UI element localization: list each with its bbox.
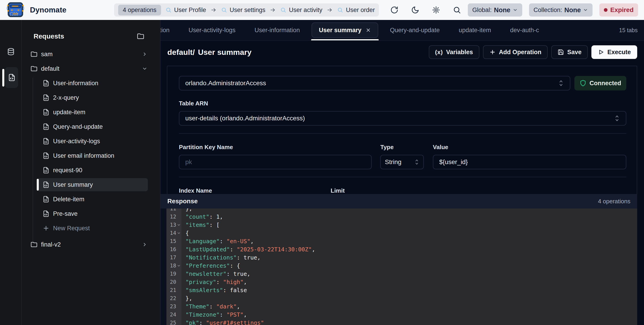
response-title: Response <box>167 198 198 205</box>
add-operation-button[interactable]: Add Operation <box>483 45 548 59</box>
code-token-key: "newsletter" <box>186 271 226 277</box>
section-divider <box>179 177 626 177</box>
code-line: "items": [ <box>182 221 637 229</box>
collection-selector[interactable]: Collection:None <box>529 3 593 16</box>
icon-rail <box>0 20 22 325</box>
sidebar-item-user-information[interactable]: User-information <box>22 76 160 90</box>
response-operations-count: 4 operations <box>598 198 630 205</box>
requests-file-code-icon[interactable] <box>8 74 16 81</box>
sidebar-item-2-x-query[interactable]: 2-x-query <box>22 90 160 105</box>
code-line: "Preferences": { <box>182 262 637 270</box>
sidebar-folder-sam[interactable]: sam <box>22 47 160 61</box>
settings-gear-icon[interactable] <box>432 6 440 14</box>
connection-value: orlando.AdministratorAccess <box>185 79 266 87</box>
code-token-plain: : <box>220 312 226 318</box>
code-line: "count": 1, <box>182 213 637 221</box>
top-bar: Dynomate 4 operations User ProfileUser s… <box>0 0 644 20</box>
fold-spacer <box>177 239 181 243</box>
line-number-value: 17 <box>170 255 176 260</box>
tabs-count: 15 tabs <box>619 27 638 33</box>
app-logo-icon <box>6 2 25 18</box>
sidebar-folder-final-v2[interactable]: final-v2 <box>22 237 160 252</box>
new-folder-icon[interactable] <box>137 33 144 40</box>
search-icon <box>280 7 286 13</box>
file-code-icon <box>43 196 50 203</box>
sidebar-item-query-and-update[interactable]: Query-and-update <box>22 119 160 134</box>
selected-item-indicator <box>37 179 39 191</box>
tab-query-and-update[interactable]: Query-and-update <box>380 20 449 40</box>
sidebar-item-label: Pre-save <box>53 210 78 217</box>
global-selector[interactable]: Global:None <box>468 3 522 16</box>
fold-spacer <box>177 256 181 260</box>
breadcrumb-item[interactable]: User order <box>337 6 375 13</box>
code-token-plain: : <box>220 238 226 245</box>
variables-button[interactable]: (x) Variables <box>429 45 479 59</box>
code-token-key: "Language" <box>186 238 220 245</box>
response-panel: Response 4 operations 111213141516171819… <box>160 194 637 325</box>
sidebar-item-request-90[interactable]: request-90 <box>22 163 160 177</box>
search-icon[interactable] <box>453 6 461 14</box>
dark-mode-moon-icon[interactable] <box>411 6 419 14</box>
sidebar-new-request[interactable]: New Request <box>22 221 160 236</box>
fold-chevron-icon <box>177 223 181 227</box>
line-number: 15 <box>166 237 182 245</box>
requests-panel-title: Requests <box>34 32 64 40</box>
sidebar-item-pre-save[interactable]: Pre-save <box>22 207 160 221</box>
tab-tion[interactable]: tion <box>160 20 179 40</box>
refresh-icon[interactable] <box>390 6 398 14</box>
code-token-key: "privacy" <box>186 279 216 285</box>
code-line: { <box>182 229 637 237</box>
sidebar-folder-default[interactable]: default <box>22 61 160 76</box>
status-dot <box>604 8 608 12</box>
code-line: "Timezone": "PST", <box>182 311 637 319</box>
partition-key-input[interactable] <box>179 155 372 169</box>
search-icon <box>337 7 343 13</box>
sidebar-item-label: Delete-item <box>53 196 84 203</box>
code-token-plain: : [ <box>209 222 220 228</box>
folder-icon <box>30 241 38 248</box>
tab-user-activity-logs[interactable]: User-activity-logs <box>179 20 245 40</box>
folder-icon <box>30 51 38 57</box>
chevron-down-icon <box>583 7 588 12</box>
sidebar-item-delete-item[interactable]: Delete-item <box>22 192 160 207</box>
breadcrumb-item[interactable]: User activity <box>280 6 322 13</box>
save-button[interactable]: Save <box>551 45 588 59</box>
line-number: 12 <box>166 213 182 221</box>
expired-status-badge[interactable]: Expired <box>599 3 638 16</box>
breadcrumb-label: User Profile <box>174 6 206 13</box>
breadcrumb-label: User order <box>346 6 375 13</box>
code-token-str: "2025-03-22T14:30:00Z" <box>237 246 312 253</box>
sidebar-item-user-email-information[interactable]: User email information <box>22 148 160 163</box>
code-line: "Notifications": true, <box>182 253 637 262</box>
file-code-icon <box>43 181 50 188</box>
sidebar-item-label: User-activity-logs <box>53 138 100 145</box>
connection-select[interactable]: orlando.AdministratorAccess <box>179 76 570 90</box>
sidebar-item-update-item[interactable]: update-item <box>22 105 160 119</box>
tab-update-item[interactable]: update-item <box>449 20 501 40</box>
tab-label: dev-auth-c <box>510 27 539 34</box>
tab-user-information[interactable]: User-information <box>245 20 310 40</box>
breadcrumb-label: User activity <box>289 6 322 13</box>
line-number-value: 20 <box>170 279 176 285</box>
select-updown-icon <box>414 159 419 165</box>
code-token-str: "en-US" <box>226 238 250 245</box>
code-token-key: "LastUpdated" <box>186 246 230 253</box>
sidebar-item-user-summary[interactable]: User summary <box>22 177 160 192</box>
line-number: 14 <box>166 229 182 237</box>
tab-user-summary[interactable]: User summary <box>312 22 378 38</box>
execute-button[interactable]: Execute <box>592 45 637 59</box>
breadcrumb: 4 operations User ProfileUser settingsUs… <box>114 3 379 16</box>
main-area: tionUser-activity-logsUser-informationUs… <box>160 20 644 325</box>
table-arn-select[interactable]: user-details (orlando.AdministratorAcces… <box>179 111 626 126</box>
play-icon <box>598 49 604 55</box>
type-select[interactable]: String <box>380 155 424 169</box>
response-code-viewer[interactable]: 111213141516171819202122232425 }, "count… <box>160 209 637 325</box>
breadcrumb-item[interactable]: User settings <box>221 6 266 13</box>
database-icon[interactable] <box>7 48 15 56</box>
fold-spacer <box>177 305 181 309</box>
tab-dev-auth-c[interactable]: dev-auth-c <box>501 20 549 40</box>
value-input[interactable] <box>433 155 626 169</box>
chevron-right-icon <box>142 51 148 57</box>
sidebar-item-user-activity-logs[interactable]: User-activity-logs <box>22 134 160 148</box>
breadcrumb-item[interactable]: User Profile <box>166 6 206 13</box>
